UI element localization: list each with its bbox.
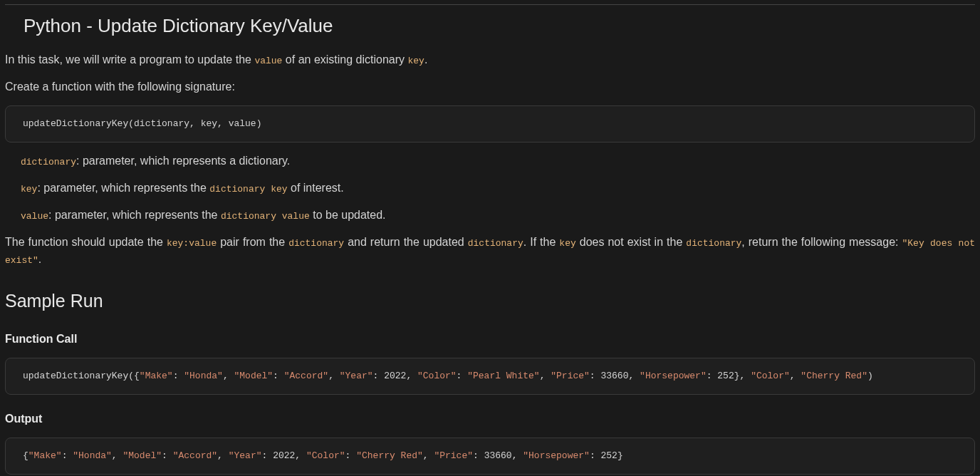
signature-text: updateDictionaryKey(dictionary, key, val… bbox=[23, 118, 261, 129]
desc-t7: . bbox=[38, 253, 41, 265]
param-dictionary-code: dictionary bbox=[21, 157, 76, 167]
page-title: Python - Update Dictionary Key/Value bbox=[24, 12, 975, 40]
desc-c1: key:value bbox=[167, 238, 217, 249]
sample-run-heading: Sample Run bbox=[5, 288, 975, 315]
param-value-code: value bbox=[21, 211, 48, 222]
desc-c4: key bbox=[559, 238, 575, 249]
param-key: key: parameter, which represents the dic… bbox=[21, 180, 975, 197]
param-dictionary-text: : parameter, which represents a dictiona… bbox=[76, 155, 290, 167]
signature-codeblock: updateDictionaryKey(dictionary, key, val… bbox=[5, 105, 975, 143]
intro-text-1: In this task, we will write a program to… bbox=[5, 53, 254, 66]
desc-t5: does not exist in the bbox=[576, 236, 687, 248]
param-key-code: key bbox=[21, 184, 37, 195]
desc-t1: The function should update the bbox=[5, 236, 167, 248]
description-paragraph: The function should update the key:value… bbox=[5, 234, 975, 268]
output-codeblock: {"Make": "Honda", "Model": "Accord", "Ye… bbox=[5, 438, 975, 475]
function-call-codeblock: updateDictionaryKey({"Make": "Honda", "M… bbox=[5, 358, 975, 395]
desc-t4: . If the bbox=[523, 236, 560, 248]
desc-t6: , return the following message: bbox=[741, 236, 902, 248]
param-value: value: parameter, which represents the d… bbox=[21, 207, 975, 224]
intro-paragraph: In this task, we will write a program to… bbox=[5, 51, 975, 68]
param-key-text-1: : parameter, which represents the bbox=[37, 182, 209, 194]
output-heading: Output bbox=[5, 410, 975, 428]
param-value-text-1: : parameter, which represents the bbox=[48, 209, 221, 221]
desc-t2: pair from the bbox=[217, 236, 288, 248]
desc-t3: and return the updated bbox=[344, 236, 468, 248]
intro-text-2: of an existing dictionary bbox=[282, 53, 407, 66]
desc-c2: dictionary bbox=[288, 238, 344, 249]
divider bbox=[5, 4, 975, 5]
param-dictionary: dictionary: parameter, which represents … bbox=[21, 152, 975, 170]
desc-c5: dictionary bbox=[686, 238, 741, 249]
param-value-code-2: dictionary value bbox=[221, 211, 310, 222]
intro-text-3: . bbox=[424, 53, 427, 66]
desc-c3: dictionary bbox=[468, 238, 523, 249]
function-call-heading: Function Call bbox=[5, 331, 975, 348]
param-key-text-2: of interest. bbox=[288, 182, 344, 194]
param-value-text-2: to be updated. bbox=[310, 209, 386, 221]
intro-code-key: key bbox=[408, 56, 424, 66]
create-function-text: Create a function with the following sig… bbox=[5, 78, 975, 95]
param-key-code-2: dictionary key bbox=[209, 184, 287, 195]
intro-code-value: value bbox=[254, 56, 282, 66]
